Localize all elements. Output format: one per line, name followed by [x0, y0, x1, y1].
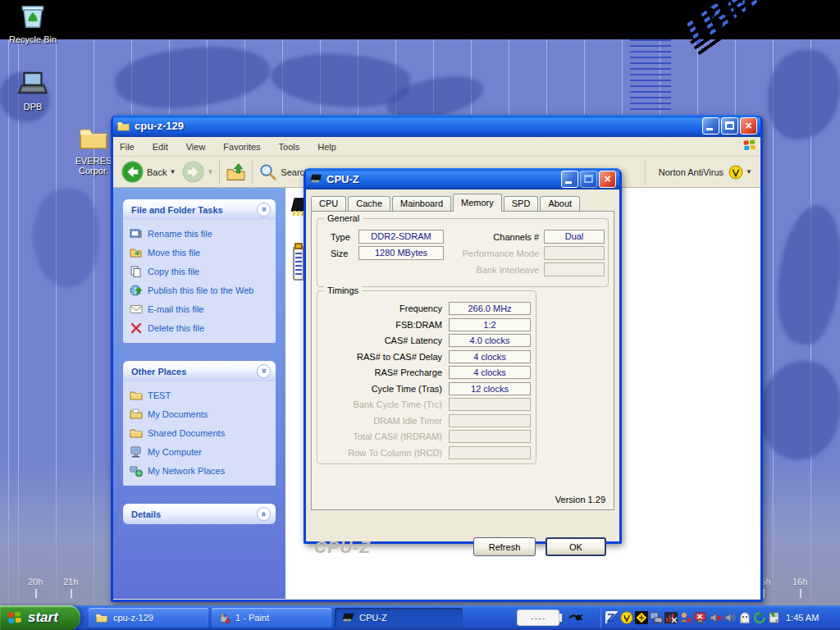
performance-mode-value	[544, 246, 605, 260]
timezone-tick	[763, 589, 765, 598]
norton-dropdown-caret[interactable]: ▼	[746, 168, 752, 176]
timing-row-ras-precharge: RAS# Precharge 4 clocks	[324, 366, 531, 379]
taskbar-item-explorer[interactable]: cpu-z-129	[89, 608, 208, 628]
explorer-close-button[interactable]: ×	[740, 117, 757, 135]
liveupdate-icon[interactable]	[635, 611, 648, 624]
explorer-minimize-button[interactable]	[702, 117, 719, 135]
timing-row-bank-cycle: Bank Cycle Time (Trc)	[324, 398, 531, 411]
explorer-task-pane: File and Folder Tasks « Rename this file	[113, 188, 285, 599]
network-places-icon	[130, 464, 143, 477]
delete-icon	[130, 322, 143, 335]
file-tasks-header[interactable]: File and Folder Tasks «	[123, 199, 276, 220]
task-delete[interactable]: Delete this file	[130, 322, 271, 335]
ghost-icon[interactable]	[738, 611, 751, 624]
tab-memory[interactable]: Memory	[453, 194, 502, 212]
norton-label[interactable]: Norton AntiVirus	[659, 167, 724, 177]
task-rename[interactable]: Rename this file	[130, 227, 271, 240]
ok-button[interactable]: OK	[546, 537, 606, 556]
other-places-title: Other Places	[131, 367, 257, 377]
taskbar-item-paint[interactable]: 1 - Paint	[212, 608, 331, 628]
back-icon[interactable]	[121, 161, 144, 183]
chevron-up-icon[interactable]: «	[257, 203, 271, 217]
norton-icon[interactable]	[620, 611, 633, 624]
monitor-alert-icon[interactable]	[694, 611, 707, 624]
place-my-computer[interactable]: My Computer	[130, 445, 271, 459]
tab-cpu[interactable]: CPU	[311, 196, 346, 212]
place-shared-documents[interactable]: Shared Documents	[130, 427, 271, 440]
cpuz-minimize-button[interactable]	[561, 171, 578, 188]
copy-file-icon	[130, 265, 143, 278]
menu-file[interactable]: File	[120, 142, 135, 152]
power-plug-icon[interactable]	[568, 612, 582, 624]
zonealarm-icon[interactable]	[605, 611, 619, 624]
recycle-bin-icon[interactable]: Recycle Bin	[3, 2, 62, 44]
display-error-icon[interactable]	[664, 611, 678, 624]
norton-antivirus-icon[interactable]	[728, 165, 743, 180]
timing-row-frequency: Frequency 266.0 MHz	[324, 302, 531, 315]
timezone-label: 21h	[63, 577, 78, 587]
task-publish[interactable]: Publish this file to the Web	[130, 284, 271, 297]
timings-legend: Timings	[324, 285, 362, 295]
timezone-tick	[35, 589, 37, 598]
menu-favorites[interactable]: Favorites	[223, 142, 260, 152]
users-offline-icon[interactable]	[679, 611, 692, 624]
task-copy[interactable]: Copy this file	[130, 265, 271, 278]
my-computer-icon	[130, 445, 143, 459]
task-email[interactable]: E-mail this file	[130, 303, 271, 316]
size-value: 1280 MBytes	[358, 246, 444, 260]
menu-edit[interactable]: Edit	[153, 142, 168, 152]
chevron-down-icon[interactable]: «	[257, 507, 271, 521]
tray-separator	[600, 608, 601, 628]
toolbar-separator	[252, 161, 253, 184]
bank-interleave-value	[544, 262, 605, 276]
place-my-network[interactable]: My Network Places	[130, 464, 271, 477]
folder-glyph	[78, 125, 109, 151]
place-my-documents[interactable]: My Documents	[130, 408, 271, 421]
back-label[interactable]: Back	[147, 167, 167, 177]
version-text: Version 1.29	[555, 495, 605, 504]
up-folder-icon[interactable]	[226, 162, 246, 182]
chevron-up-icon[interactable]: «	[257, 364, 271, 378]
audio-muted-icon[interactable]	[709, 611, 722, 624]
forward-icon[interactable]	[182, 161, 204, 183]
other-places-header[interactable]: Other Places «	[123, 361, 276, 381]
task-move[interactable]: Move this file	[130, 246, 271, 259]
tab-spd[interactable]: SPD	[504, 196, 539, 212]
taskbar-clock[interactable]: 1:45 AM	[786, 605, 819, 630]
battery-meter[interactable]: ----	[517, 609, 559, 626]
tab-cache[interactable]: Cache	[348, 196, 390, 212]
menu-help[interactable]: Help	[317, 142, 336, 152]
removable-drive-icon[interactable]	[768, 611, 781, 624]
general-groupbox: General Type DDR2-SDRAM Size 1280 MBytes…	[317, 218, 609, 287]
volume-icon[interactable]	[724, 611, 737, 624]
taskbar: start cpu-z-129 1 - Paint	[0, 605, 840, 630]
cpuz-close-button[interactable]: ×	[599, 171, 616, 188]
top-black-band: IBM	[0, 0, 840, 39]
taskbar-item-cpuz[interactable]: CPU-Z	[335, 608, 463, 628]
search-icon[interactable]	[258, 162, 277, 181]
timezone-tick	[800, 589, 801, 598]
back-dropdown-caret[interactable]: ▼	[169, 168, 176, 176]
network-computers-icon[interactable]	[650, 611, 663, 624]
refresh-button[interactable]: Refresh	[473, 537, 536, 556]
explorer-title-bar[interactable]: cpu-z-129 ×	[113, 115, 760, 137]
email-icon	[130, 303, 143, 316]
menu-tools[interactable]: Tools	[279, 142, 300, 152]
start-button[interactable]: start	[0, 605, 80, 630]
forward-dropdown-caret: ▼	[207, 168, 213, 176]
tab-about[interactable]: About	[540, 196, 580, 212]
place-test[interactable]: TEST	[130, 389, 271, 402]
menu-view[interactable]: View	[186, 142, 206, 152]
general-legend: General	[324, 213, 363, 223]
windows-flag-icon	[7, 610, 23, 625]
details-header[interactable]: Details «	[123, 504, 276, 524]
updater-icon[interactable]	[753, 611, 766, 624]
timing-row-total-cas: Total CAS# (tRDRAM)	[324, 430, 531, 443]
norton-toolbar-section[interactable]: Norton AntiVirus ▼	[645, 160, 752, 185]
dpb-icon[interactable]: DPB	[3, 69, 62, 112]
cpuz-title-bar[interactable]: CPU-Z ×	[306, 168, 619, 189]
shared-folder-icon	[130, 427, 143, 440]
explorer-maximize-button[interactable]	[721, 117, 738, 135]
tab-mainboard[interactable]: Mainboard	[392, 196, 451, 212]
timing-row-fsb-dram: FSB:DRAM 1:2	[324, 318, 531, 331]
